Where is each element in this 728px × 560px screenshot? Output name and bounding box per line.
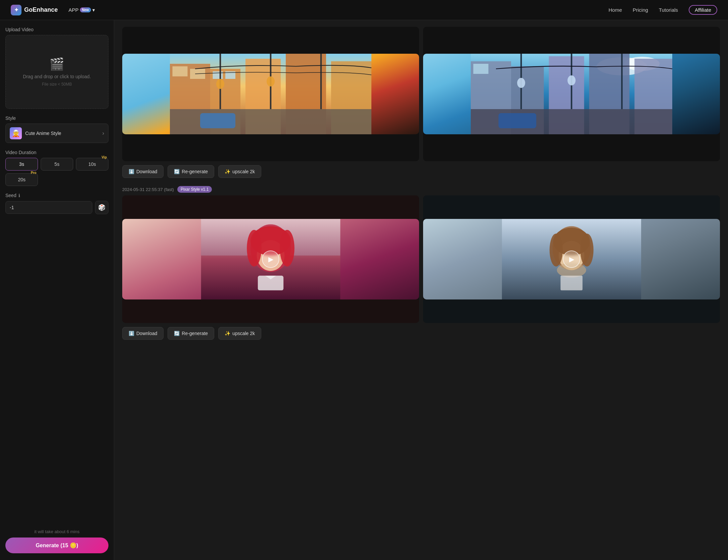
seed-label: Seed ℹ — [5, 193, 108, 198]
seed-section: Seed ℹ 🎲 — [5, 193, 108, 214]
video-pair-1 — [122, 27, 720, 161]
style-selector[interactable]: 🧝 Cute Anime Style › — [5, 124, 108, 143]
chevron-right-icon: › — [102, 130, 104, 136]
regenerate-button-1[interactable]: 🔄 Re-generate — [168, 165, 214, 178]
girl-video-right[interactable]: ▶ — [423, 219, 720, 299]
pro-badge: Pro — [31, 171, 37, 175]
duration-3s[interactable]: 3s — [5, 158, 38, 171]
upload-label: Upload Video — [5, 27, 108, 32]
duration-grid: 3s 5s Vip 10s — [5, 158, 108, 171]
anime-street-image-left — [122, 54, 419, 134]
content-area: ⬇️ Download 🔄 Re-generate ✨ upscale 2k 2… — [114, 20, 728, 560]
generate-section: it will take about 6 mins Generate (15 🪙… — [5, 529, 108, 553]
chevron-down-icon: ▾ — [92, 7, 95, 13]
new-badge: New — [80, 7, 91, 12]
svg-point-46 — [550, 234, 563, 267]
upload-section: Upload Video 🎬 Drag and drop or click to… — [5, 27, 108, 109]
main-layout: Upload Video 🎬 Drag and drop or click to… — [0, 20, 728, 560]
play-button-left[interactable]: ▶ — [262, 250, 279, 268]
generate-button[interactable]: Generate (15 🪙) — [5, 538, 108, 553]
action-bar-2: ⬇️ Download 🔄 Re-generate ✨ upscale 2k — [122, 327, 720, 340]
info-icon: ℹ — [18, 193, 20, 198]
upscale-label-2: upscale 2k — [232, 331, 255, 336]
style-tag: Pixar Style v1.1 — [177, 186, 212, 193]
upload-size: File size < 50MB — [42, 82, 72, 87]
logo[interactable]: ✦ GoEnhance — [11, 5, 58, 15]
download-icon-1: ⬇️ — [129, 169, 134, 174]
upload-hint: Drag and drop or click to upload. — [23, 74, 91, 79]
seed-random-button[interactable]: 🎲 — [95, 201, 108, 214]
vip-badge: Vip — [102, 155, 107, 159]
result-card-1: ⬇️ Download 🔄 Re-generate ✨ upscale 2k — [122, 27, 720, 178]
girl-panel-left: ▶ — [122, 195, 419, 323]
tutorials-link[interactable]: Tutorials — [659, 7, 678, 13]
logo-text: GoEnhance — [24, 6, 58, 13]
regenerate-icon-1: 🔄 — [174, 169, 180, 174]
upscale-button-2[interactable]: ✨ upscale 2k — [218, 327, 261, 340]
affiliate-button[interactable]: Affiliate — [689, 5, 717, 15]
play-button-right[interactable]: ▶ — [563, 250, 580, 268]
upload-icon: 🎬 — [49, 57, 64, 71]
timestamp: 2024-05-31 22:55:37 (fast) — [122, 187, 174, 192]
spacer — [5, 221, 108, 522]
upload-box[interactable]: 🎬 Drag and drop or click to upload. File… — [5, 35, 108, 109]
app-menu[interactable]: APP New ▾ — [69, 7, 95, 13]
duration-10s[interactable]: Vip 10s — [76, 158, 108, 171]
anime-street-panel-right — [423, 27, 720, 161]
download-icon-2: ⬇️ — [129, 331, 134, 336]
anime-street-panel-left — [122, 27, 419, 161]
duration-5s[interactable]: 5s — [41, 158, 73, 171]
style-label: Style — [5, 115, 108, 121]
style-section: Style 🧝 Cute Anime Style › — [5, 115, 108, 143]
result-card-2: 2024-05-31 22:55:37 (fast) Pixar Style v… — [122, 186, 720, 340]
svg-rect-21 — [473, 64, 489, 74]
regenerate-label-2: Re-generate — [182, 331, 208, 336]
svg-rect-5 — [213, 72, 223, 79]
regenerate-button-2[interactable]: 🔄 Re-generate — [168, 327, 214, 340]
pricing-link[interactable]: Pricing — [633, 7, 648, 13]
regenerate-label-1: Re-generate — [182, 169, 208, 174]
duration-section: Video Duration 3s 5s Vip 10s Pro 20s — [5, 150, 108, 186]
svg-point-47 — [580, 234, 593, 267]
seed-row: 🎲 — [5, 201, 108, 214]
upscale-icon-2: ✨ — [225, 331, 230, 336]
svg-point-15 — [267, 77, 275, 87]
duration-20s[interactable]: Pro 20s — [5, 173, 38, 186]
svg-rect-32 — [499, 113, 537, 128]
style-name: Cute Anime Style — [25, 131, 61, 136]
girl-panel-right: ▶ — [423, 195, 720, 323]
sidebar: Upload Video 🎬 Drag and drop or click to… — [0, 20, 114, 560]
generate-hint: it will take about 6 mins — [5, 529, 108, 534]
svg-rect-16 — [200, 113, 235, 128]
svg-point-30 — [517, 78, 525, 88]
upscale-icon-1: ✨ — [225, 169, 230, 174]
svg-point-39 — [280, 230, 294, 267]
home-link[interactable]: Home — [608, 7, 622, 13]
seed-input[interactable] — [5, 201, 92, 214]
svg-rect-49 — [560, 276, 582, 290]
nav-links: Home Pricing Tutorials Affiliate — [608, 5, 717, 15]
svg-point-38 — [247, 230, 262, 267]
download-label-2: Download — [136, 331, 157, 336]
upscale-label-1: upscale 2k — [232, 169, 255, 174]
video-pair-2: ▶ — [122, 195, 720, 323]
duration-label: Video Duration — [5, 150, 108, 155]
download-label-1: Download — [136, 169, 157, 174]
svg-point-14 — [216, 79, 224, 89]
logo-icon: ✦ — [11, 5, 21, 15]
navbar: ✦ GoEnhance APP New ▾ Home Pricing Tutor… — [0, 0, 728, 20]
style-thumbnail: 🧝 — [10, 127, 22, 139]
svg-rect-2 — [173, 66, 188, 77]
timestamp-row: 2024-05-31 22:55:37 (fast) Pixar Style v… — [122, 186, 720, 193]
anime-street-image-right — [423, 54, 720, 134]
upscale-button-1[interactable]: ✨ upscale 2k — [218, 165, 261, 178]
download-button-1[interactable]: ⬇️ Download — [122, 165, 164, 178]
svg-point-31 — [567, 76, 576, 86]
action-bar-1: ⬇️ Download 🔄 Re-generate ✨ upscale 2k — [122, 165, 720, 178]
regenerate-icon-2: 🔄 — [174, 331, 180, 336]
download-button-2[interactable]: ⬇️ Download — [122, 327, 164, 340]
girl-video-left[interactable]: ▶ — [122, 219, 419, 299]
generate-label: Generate (15 🪙) — [36, 542, 78, 549]
app-label: APP — [69, 7, 79, 13]
